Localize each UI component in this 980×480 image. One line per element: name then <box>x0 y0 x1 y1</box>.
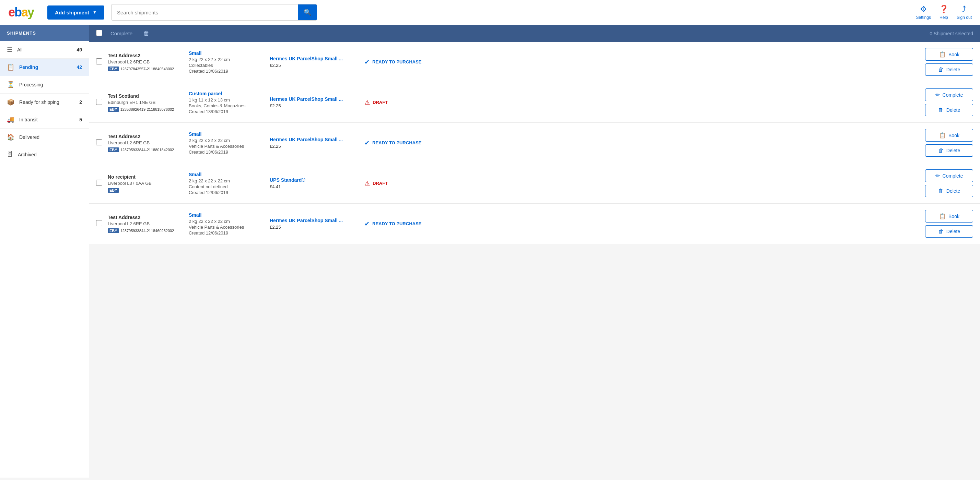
sidebar-item-transit[interactable]: 🚚 In transit 5 <box>0 111 89 128</box>
parcel-dims-2: 1 kg 11 x 12 x 13 cm <box>189 97 264 103</box>
row-checkbox-5[interactable] <box>96 220 102 227</box>
address-name-1: Test Address2 <box>108 53 183 58</box>
address-city-1: Liverpool L2 6RE GB <box>108 59 183 65</box>
service-price-5: £2.25 <box>270 225 359 230</box>
sidebar-item-archived[interactable]: 🗄 Archived <box>0 146 89 163</box>
processing-icon: ⏳ <box>7 81 14 89</box>
settings-label: Settings <box>916 15 931 20</box>
search-bar: 🔍 <box>111 4 317 21</box>
sidebar-label-transit: In transit <box>19 117 79 122</box>
sidebar-count-transit: 5 <box>79 117 82 122</box>
book-label-3: Book <box>948 133 959 138</box>
complete-button-2[interactable]: ✏ Complete <box>925 89 973 101</box>
parcel-cat-1: Collectables <box>189 63 264 68</box>
sidebar-item-delivered[interactable]: 🏠 Delivered <box>0 128 89 146</box>
service-col-4: UPS Standard® £4.41 <box>270 177 359 189</box>
logo-y: y <box>27 5 33 19</box>
transit-icon: 🚚 <box>7 116 14 124</box>
delete-button-1[interactable]: 🗑 Delete <box>925 63 973 76</box>
status-col-2: ⚠ DRAFT <box>364 99 433 106</box>
service-name-5: Hermes UK ParcelShop Small ... <box>270 218 359 223</box>
parcel-dims-1: 2 kg 22 x 22 x 22 cm <box>189 57 264 62</box>
actions-col-2: ✏ Complete 🗑 Delete <box>439 89 973 116</box>
sidebar-title: SHIPMENTS <box>0 25 89 41</box>
sidebar-label-pending: Pending <box>19 65 76 70</box>
address-col-5: Test Address2 Liverpool L2 6RE GB EBY123… <box>108 215 183 233</box>
book-button-1[interactable]: 📋 Book <box>925 48 973 61</box>
delivered-icon: 🏠 <box>7 133 14 141</box>
delete-icon-4: 🗑 <box>938 188 943 194</box>
book-label-5: Book <box>948 214 959 219</box>
parcel-col-4: Small 2 kg 22 x 22 x 22 cm Content not d… <box>189 172 264 195</box>
signout-nav[interactable]: ⤴ Sign out <box>957 5 972 20</box>
parcel-col-1: Small 2 kg 22 x 22 x 22 cm Collectables … <box>189 51 264 74</box>
help-nav[interactable]: ❓ Help <box>939 5 948 20</box>
delete-button-3[interactable]: 🗑 Delete <box>925 144 973 157</box>
sidebar-item-processing[interactable]: ⏳ Processing <box>0 76 89 93</box>
parcel-col-5: Small 2 kg 22 x 22 x 22 cm Vehicle Parts… <box>189 212 264 236</box>
table-row: Test Address2 Liverpool L2 6RE GB EBY123… <box>89 204 980 244</box>
complete-button-4[interactable]: ✏ Complete <box>925 170 973 182</box>
actions-col-1: 📋 Book 🗑 Delete <box>439 48 973 76</box>
address-col-1: Test Address2 Liverpool L2 6RE GB EBY123… <box>108 53 183 71</box>
sidebar-item-ready[interactable]: 📦 Ready for shipping 2 <box>0 93 89 111</box>
sidebar-item-all[interactable]: ☰ All 49 <box>0 41 89 59</box>
search-input[interactable] <box>111 5 298 19</box>
sidebar-label-all: All <box>17 47 76 52</box>
toolbar-selected-label: 0 Shipment selected <box>929 31 973 36</box>
delete-button-5[interactable]: 🗑 Delete <box>925 225 973 238</box>
pending-icon: 📋 <box>7 63 14 71</box>
row-checkbox-3[interactable] <box>96 139 102 146</box>
parcel-date-5: Created 12/06/2019 <box>189 230 264 236</box>
address-name-3: Test Address2 <box>108 134 183 139</box>
parcel-type-1: Small <box>189 51 264 56</box>
delete-icon-3: 🗑 <box>938 147 943 154</box>
check-icon-5: ✔ <box>364 220 369 228</box>
status-label-5: READY TO PURCHASE <box>372 221 422 226</box>
delete-button-2[interactable]: 🗑 Delete <box>925 104 973 116</box>
parcel-date-2: Created 13/06/2019 <box>189 109 264 114</box>
address-name-5: Test Address2 <box>108 215 183 220</box>
book-icon-5: 📋 <box>939 213 946 219</box>
toolbar: Complete 🗑 0 Shipment selected <box>89 25 980 42</box>
service-col-5: Hermes UK ParcelShop Small ... £2.25 <box>270 218 359 230</box>
service-price-1: £2.25 <box>270 63 359 68</box>
ebay-logo: ebay <box>8 5 33 19</box>
book-button-3[interactable]: 📋 Book <box>925 129 973 142</box>
search-button[interactable]: 🔍 <box>298 5 317 20</box>
delete-label-3: Delete <box>947 148 960 153</box>
badge-5: EBY <box>108 228 119 233</box>
row-checkbox-4[interactable] <box>96 180 102 187</box>
address-name-2: Test Scotland <box>108 93 183 99</box>
complete-icon-2: ✏ <box>935 92 940 98</box>
toolbar-complete-label: Complete <box>110 30 132 36</box>
service-name-3: Hermes UK ParcelShop Small ... <box>270 137 359 142</box>
actions-col-4: ✏ Complete 🗑 Delete <box>439 170 973 197</box>
address-city-5: Liverpool L2 6RE GB <box>108 221 183 226</box>
sidebar-label-delivered: Delivered <box>19 135 82 140</box>
toolbar-complete-button[interactable]: Complete <box>108 29 135 38</box>
parcel-col-2: Custom parcel 1 kg 11 x 12 x 13 cm Books… <box>189 91 264 114</box>
select-all-checkbox[interactable] <box>96 30 102 37</box>
sidebar-item-pending[interactable]: 📋 Pending 42 <box>0 59 89 76</box>
settings-nav[interactable]: ⚙ Settings <box>916 5 931 20</box>
service-price-4: £4.41 <box>270 184 359 189</box>
service-name-2: Hermes UK ParcelShop Small ... <box>270 97 359 102</box>
parcel-type-3: Small <box>189 131 264 137</box>
sidebar-count-pending: 42 <box>76 65 82 70</box>
complete-label-2: Complete <box>943 92 963 98</box>
add-shipment-button[interactable]: Add shipment ▼ <box>47 5 104 19</box>
status-label-1: READY TO PURCHASE <box>372 59 422 65</box>
status-col-1: ✔ READY TO PURCHASE <box>364 58 433 66</box>
parcel-cat-5: Vehicle Parts & Accessories <box>189 225 264 230</box>
parcel-cat-2: Books, Comics & Magazines <box>189 103 264 108</box>
service-col-2: Hermes UK ParcelShop Small ... £2.25 <box>270 97 359 108</box>
toolbar-delete-button[interactable]: 🗑 <box>141 29 152 38</box>
row-checkbox-1[interactable] <box>96 58 102 65</box>
signout-label: Sign out <box>957 15 972 20</box>
select-all-input[interactable] <box>96 30 102 36</box>
row-checkbox-2[interactable] <box>96 99 102 106</box>
book-button-5[interactable]: 📋 Book <box>925 210 973 222</box>
delete-button-4[interactable]: 🗑 Delete <box>925 185 973 197</box>
check-icon-3: ✔ <box>364 139 369 147</box>
